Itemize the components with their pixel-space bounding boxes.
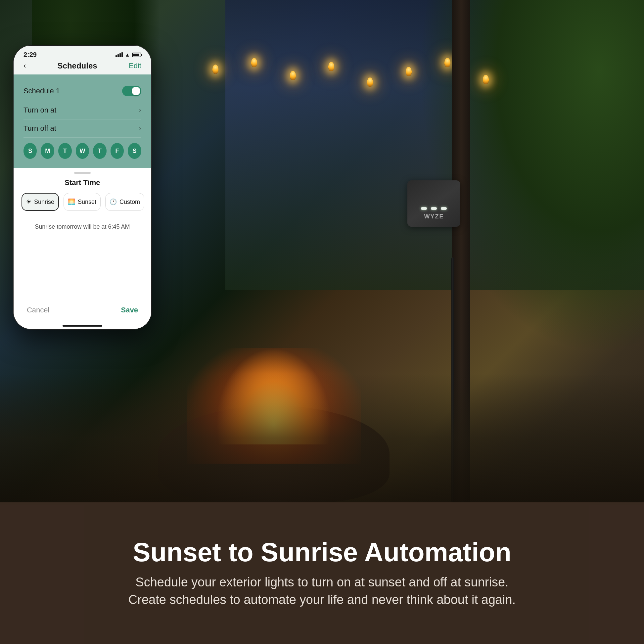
banner-subtitle-line1: Schedule your exterior lights to turn on… [135,575,508,589]
info-text: Sunrise tomorrow will be at 6:45 AM [14,217,151,236]
schedule-section: Schedule 1 Turn on at › Turn off at › [14,74,151,168]
custom-label: Custom [119,199,140,206]
schedule-1-label: Schedule 1 [23,87,60,95]
sunrise-option[interactable]: ☀ Sunrise [22,193,59,211]
banner-subtitle: Schedule your exterior lights to turn on… [128,574,516,609]
status-icons: ▲ [115,52,141,58]
battery-fill [133,54,139,56]
light-bulb [444,58,450,67]
days-selector: S M T W T F S [23,138,141,161]
schedule-toggle[interactable] [122,86,141,96]
clock-icon: 🕐 [110,198,117,206]
chevron-right-icon: › [139,106,141,115]
banner-title: Sunset to Sunrise Automation [133,538,511,567]
wyze-brand-logo: WYZE [424,213,444,220]
sunset-option[interactable]: 🌅 Sunset [64,193,101,211]
home-indicator [63,325,102,327]
status-bar: 2:29 ▲ [14,46,151,59]
led-indicators [421,207,447,210]
light-bulb [367,77,373,87]
light-bulb [406,67,412,76]
save-button[interactable]: Save [121,306,138,314]
home-bar [14,322,151,329]
chevron-right-icon: › [139,124,141,133]
sunrise-label: Sunrise [34,199,54,206]
cancel-button[interactable]: Cancel [27,306,49,314]
sunset-label: Sunset [78,199,96,206]
toggle-thumb [132,87,140,95]
sheet-actions: Cancel Save [14,300,151,322]
back-button[interactable]: ‹ [23,62,26,70]
light-bulb [328,62,334,71]
sheet-title: Start Time [14,174,151,193]
custom-option[interactable]: 🕐 Custom [105,193,144,211]
sunset-icon: 🌅 [68,198,75,206]
light-bulb [290,71,296,80]
day-sunday[interactable]: S [23,143,37,159]
day-tuesday[interactable]: T [58,143,72,159]
day-saturday[interactable]: S [128,143,141,159]
start-time-sheet: Start Time ☀ Sunrise 🌅 Sunset 🕐 Custom [14,168,151,329]
turn-off-row[interactable]: Turn off at › [23,119,141,138]
day-wednesday[interactable]: W [76,143,89,159]
light-bulb [483,75,489,84]
turn-off-label: Turn off at [23,124,56,133]
turn-on-row[interactable]: Turn on at › [23,101,141,119]
day-monday[interactable]: M [41,143,54,159]
led-3 [441,207,447,210]
day-thursday[interactable]: T [93,143,107,159]
nav-bar: ‹ Schedules Edit [14,59,151,74]
signal-icon [115,52,123,57]
edit-button[interactable]: Edit [129,62,141,70]
battery-icon [132,53,141,57]
wifi-icon: ▲ [125,52,130,58]
schedule-1-row: Schedule 1 [23,81,141,101]
phone-screen: 2:29 ▲ ‹ Schedules [14,46,151,329]
bottom-banner: Sunset to Sunrise Automation Schedule yo… [0,502,644,644]
led-2 [431,207,437,210]
banner-subtitle-line2: Create schedules to automate your life a… [128,593,516,607]
status-time: 2:29 [23,51,37,59]
nav-title: Schedules [58,61,97,70]
time-options: ☀ Sunrise 🌅 Sunset 🕐 Custom [14,193,151,211]
phone-frame: 2:29 ▲ ‹ Schedules [13,45,152,330]
turn-on-label: Turn on at [23,106,56,115]
wyze-outdoor-plug: WYZE [407,180,460,227]
day-friday[interactable]: F [111,143,124,159]
led-1 [421,207,427,210]
sunrise-icon: ☀ [26,198,31,206]
sheet-handle-area [14,168,151,174]
